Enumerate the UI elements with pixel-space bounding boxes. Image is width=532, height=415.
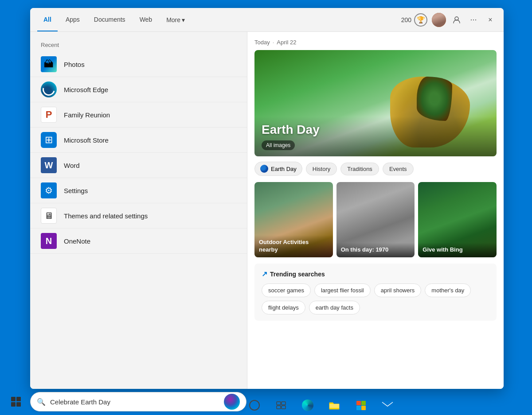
store-taskbar-icon[interactable] (355, 399, 367, 411)
list-item[interactable]: Microsoft Store (30, 128, 247, 153)
svg-rect-4 (282, 406, 286, 409)
close-button[interactable]: × (484, 14, 497, 26)
photos-icon (41, 56, 57, 72)
tags-row: Earth Day History Traditions Events (254, 162, 497, 176)
tab-apps[interactable]: Apps (59, 8, 86, 31)
outdoor-card-label: Outdoor Activities nearby (254, 235, 333, 257)
chevron-down-icon: ▾ (182, 16, 185, 23)
traditions-tag[interactable]: Traditions (340, 163, 379, 175)
earth-day-tag[interactable]: Earth Day (254, 162, 302, 176)
search-icon: 🔍 (37, 398, 46, 406)
settings-icon (41, 182, 57, 198)
search-input[interactable]: Celebrate Earth Day (50, 398, 224, 406)
trending-pill-fossil[interactable]: largest flier fossil (314, 283, 371, 297)
list-item[interactable]: Themes and related settings (30, 203, 247, 229)
cortana-circle (249, 400, 260, 411)
edge-icon (41, 81, 57, 97)
list-item[interactable]: Family Reunion (30, 102, 247, 128)
history-card[interactable]: On this day: 1970 (336, 182, 415, 257)
win-sq-4 (16, 402, 21, 407)
today-text: Today (254, 39, 270, 46)
history-tag[interactable]: History (306, 163, 337, 175)
search-box[interactable]: 🔍 Celebrate Earth Day (30, 392, 246, 411)
trending-arrow-icon: ↗ (262, 270, 267, 278)
search-window: All Apps Documents Web More ▾ 200 🏆 (30, 8, 504, 389)
cortana-icon[interactable] (248, 399, 261, 411)
svg-rect-9 (382, 401, 393, 409)
edge-icon-circle (302, 399, 313, 411)
mail-taskbar-icon[interactable] (381, 399, 394, 411)
trending-header: ↗ Trending searches (262, 270, 489, 278)
earth-globe-icon (260, 165, 268, 173)
bing-card[interactable]: Give with Bing (418, 182, 497, 257)
avatar[interactable] (432, 13, 446, 27)
hero-title: Earth Day (262, 123, 489, 137)
word-icon (41, 157, 57, 173)
win-sq-3 (11, 402, 16, 407)
all-images-button[interactable]: All images (262, 140, 295, 150)
edge-taskbar-icon[interactable] (301, 399, 314, 411)
svg-rect-3 (277, 406, 281, 409)
earth-day-label: Earth Day (271, 166, 297, 172)
search-body: Recent Photos Microsoft Edge Family Reun… (30, 32, 504, 389)
trending-pill-mothers[interactable]: mother's day (425, 283, 471, 297)
trending-pill-soccer[interactable]: soccer games (262, 283, 311, 297)
trophy-icon: 🏆 (414, 13, 427, 27)
date-label: Today · April 22 (254, 39, 497, 46)
svg-rect-2 (282, 402, 286, 405)
trending-section: ↗ Trending searches soccer games largest… (254, 264, 497, 321)
right-panel: Today · April 22 Earth Day All images Ea… (247, 32, 504, 389)
left-panel: Recent Photos Microsoft Edge Family Reun… (30, 32, 247, 389)
trending-pill-delays[interactable]: flight delays (262, 301, 305, 314)
hero-overlay: Earth Day All images (254, 116, 497, 156)
trending-title: Trending searches (270, 271, 325, 278)
list-item[interactable]: Microsoft Edge (30, 77, 247, 102)
date-dot: · (273, 39, 274, 46)
trending-pill-showers[interactable]: april showers (374, 283, 422, 297)
recent-label: Recent (30, 39, 247, 52)
list-item[interactable]: OneNote (30, 229, 247, 254)
system-tray (248, 399, 394, 411)
app-name-family-reunion: Family Reunion (64, 111, 110, 119)
svg-rect-8 (361, 406, 366, 410)
ppt-icon (41, 107, 57, 123)
app-name-themes: Themes and related settings (64, 212, 148, 220)
tab-documents[interactable]: Documents (88, 8, 132, 31)
tab-web[interactable]: Web (133, 8, 159, 31)
app-name-edge: Microsoft Edge (64, 86, 108, 93)
store-icon (41, 132, 57, 148)
events-tag[interactable]: Events (383, 163, 414, 175)
list-item[interactable]: Settings (30, 178, 247, 203)
win-sq-2 (16, 397, 21, 401)
start-button[interactable] (8, 394, 24, 410)
outdoor-card[interactable]: Outdoor Activities nearby (254, 182, 333, 257)
files-taskbar-icon[interactable] (328, 399, 340, 411)
header-actions: 200 🏆 ··· × (401, 13, 497, 27)
trending-pills: soccer games largest flier fossil april … (262, 283, 489, 314)
task-view-icon[interactable] (275, 399, 287, 411)
list-item[interactable]: Word (30, 153, 247, 178)
svg-rect-6 (361, 401, 366, 405)
svg-rect-5 (356, 401, 361, 405)
person-icon-btn[interactable] (450, 14, 463, 26)
cards-grid: Outdoor Activities nearby On this day: 1… (254, 182, 497, 257)
windows-logo (11, 397, 21, 407)
onenote-icon (41, 233, 57, 249)
tab-bar: All Apps Documents Web More ▾ (37, 8, 401, 31)
tab-all[interactable]: All (37, 8, 58, 31)
bing-card-label: Give with Bing (418, 243, 497, 257)
app-name-word: Word (64, 162, 80, 169)
trending-pill-earthday[interactable]: earth day facts (309, 301, 360, 314)
svg-rect-7 (356, 406, 361, 410)
list-item[interactable]: Photos (30, 52, 247, 77)
more-options-btn[interactable]: ··· (467, 14, 480, 26)
bing-logo (224, 394, 240, 410)
avatar-image (432, 13, 446, 27)
history-card-label: On this day: 1970 (336, 243, 415, 257)
search-header: All Apps Documents Web More ▾ 200 🏆 (30, 8, 504, 32)
win-sq-1 (11, 397, 16, 401)
tab-more[interactable]: More ▾ (160, 8, 191, 31)
app-name-settings: Settings (64, 187, 88, 194)
score-value: 200 (401, 16, 411, 23)
hero-card[interactable]: Earth Day All images (254, 50, 497, 156)
